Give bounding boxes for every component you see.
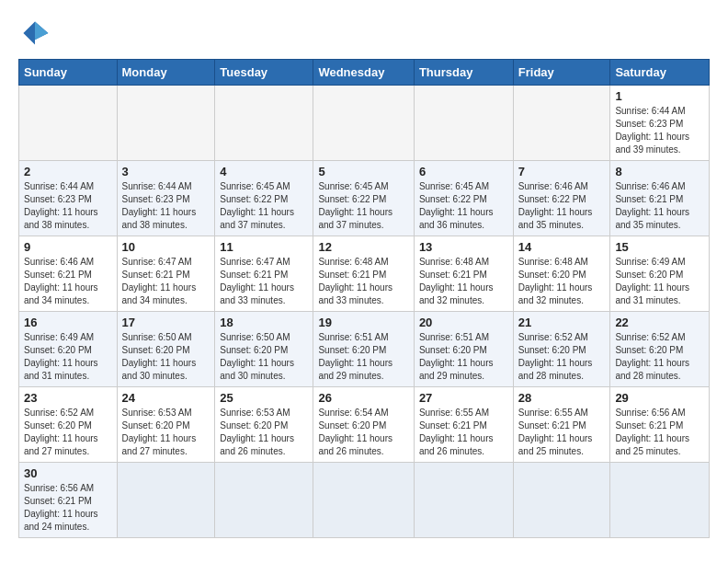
header: [18, 17, 710, 50]
col-thursday: Thursday: [414, 60, 513, 86]
day-info: Sunrise: 6:44 AM Sunset: 6:23 PM Dayligh…: [122, 180, 210, 232]
day-info: Sunrise: 6:49 AM Sunset: 6:20 PM Dayligh…: [24, 331, 112, 383]
day-info: Sunrise: 6:48 AM Sunset: 6:20 PM Dayligh…: [518, 256, 606, 307]
calendar: Sunday Monday Tuesday Wednesday Thursday…: [18, 59, 710, 538]
table-row: 30Sunrise: 6:56 AM Sunset: 6:21 PM Dayli…: [19, 463, 118, 538]
day-number: 28: [518, 391, 606, 405]
day-number: 5: [318, 165, 408, 178]
day-info: Sunrise: 6:47 AM Sunset: 6:21 PM Dayligh…: [220, 256, 308, 307]
day-number: 24: [122, 391, 210, 405]
day-info: Sunrise: 6:47 AM Sunset: 6:21 PM Dayligh…: [122, 256, 210, 307]
day-info: Sunrise: 6:45 AM Sunset: 6:22 PM Dayligh…: [318, 180, 408, 232]
day-number: 30: [24, 466, 112, 480]
calendar-header-row: Sunday Monday Tuesday Wednesday Thursday…: [19, 60, 710, 86]
day-number: 17: [122, 316, 210, 329]
table-row: 22Sunrise: 6:52 AM Sunset: 6:20 PM Dayli…: [610, 312, 710, 387]
day-number: 21: [518, 316, 606, 329]
table-row: [215, 86, 313, 161]
day-info: Sunrise: 6:54 AM Sunset: 6:20 PM Dayligh…: [318, 407, 408, 458]
day-number: 15: [615, 240, 704, 254]
day-info: Sunrise: 6:44 AM Sunset: 6:23 PM Dayligh…: [615, 105, 704, 156]
day-number: 23: [24, 391, 112, 405]
table-row: 27Sunrise: 6:55 AM Sunset: 6:21 PM Dayli…: [414, 387, 513, 463]
col-sunday: Sunday: [19, 60, 118, 86]
table-row: 10Sunrise: 6:47 AM Sunset: 6:21 PM Dayli…: [117, 236, 215, 312]
day-number: 8: [615, 165, 704, 178]
day-number: 22: [615, 316, 704, 329]
table-row: [414, 463, 513, 538]
calendar-week-row: 1Sunrise: 6:44 AM Sunset: 6:23 PM Daylig…: [19, 86, 710, 161]
page: Sunday Monday Tuesday Wednesday Thursday…: [0, 0, 728, 555]
day-info: Sunrise: 6:51 AM Sunset: 6:20 PM Dayligh…: [318, 331, 408, 383]
table-row: [117, 463, 215, 538]
table-row: 14Sunrise: 6:48 AM Sunset: 6:20 PM Dayli…: [513, 236, 610, 312]
table-row: 7Sunrise: 6:46 AM Sunset: 6:22 PM Daylig…: [513, 161, 610, 236]
table-row: 17Sunrise: 6:50 AM Sunset: 6:20 PM Dayli…: [117, 312, 215, 387]
day-info: Sunrise: 6:56 AM Sunset: 6:21 PM Dayligh…: [615, 407, 704, 458]
table-row: 29Sunrise: 6:56 AM Sunset: 6:21 PM Dayli…: [610, 387, 710, 463]
logo-icon: [18, 17, 51, 50]
day-number: 14: [518, 240, 606, 254]
day-number: 7: [518, 165, 606, 178]
day-number: 20: [419, 316, 508, 329]
day-info: Sunrise: 6:55 AM Sunset: 6:21 PM Dayligh…: [419, 407, 508, 458]
day-info: Sunrise: 6:48 AM Sunset: 6:21 PM Dayligh…: [419, 256, 508, 307]
table-row: 21Sunrise: 6:52 AM Sunset: 6:20 PM Dayli…: [513, 312, 610, 387]
logo: [18, 17, 53, 50]
day-number: 27: [419, 391, 508, 405]
table-row: 28Sunrise: 6:55 AM Sunset: 6:21 PM Dayli…: [513, 387, 610, 463]
day-number: 4: [220, 165, 308, 178]
day-info: Sunrise: 6:50 AM Sunset: 6:20 PM Dayligh…: [220, 331, 308, 383]
day-number: 6: [419, 165, 508, 178]
calendar-week-row: 9Sunrise: 6:46 AM Sunset: 6:21 PM Daylig…: [19, 236, 710, 312]
table-row: 13Sunrise: 6:48 AM Sunset: 6:21 PM Dayli…: [414, 236, 513, 312]
table-row: 6Sunrise: 6:45 AM Sunset: 6:22 PM Daylig…: [414, 161, 513, 236]
table-row: 8Sunrise: 6:46 AM Sunset: 6:21 PM Daylig…: [610, 161, 710, 236]
table-row: 12Sunrise: 6:48 AM Sunset: 6:21 PM Dayli…: [313, 236, 414, 312]
table-row: 19Sunrise: 6:51 AM Sunset: 6:20 PM Dayli…: [313, 312, 414, 387]
day-info: Sunrise: 6:55 AM Sunset: 6:21 PM Dayligh…: [518, 407, 606, 458]
table-row: 11Sunrise: 6:47 AM Sunset: 6:21 PM Dayli…: [215, 236, 313, 312]
day-info: Sunrise: 6:45 AM Sunset: 6:22 PM Dayligh…: [220, 180, 308, 232]
table-row: [313, 86, 414, 161]
col-wednesday: Wednesday: [313, 60, 414, 86]
col-friday: Friday: [513, 60, 610, 86]
table-row: [513, 86, 610, 161]
day-number: 3: [122, 165, 210, 178]
table-row: 24Sunrise: 6:53 AM Sunset: 6:20 PM Dayli…: [117, 387, 215, 463]
table-row: [610, 463, 710, 538]
day-info: Sunrise: 6:56 AM Sunset: 6:21 PM Dayligh…: [24, 482, 112, 534]
day-info: Sunrise: 6:50 AM Sunset: 6:20 PM Dayligh…: [122, 331, 210, 383]
table-row: 23Sunrise: 6:52 AM Sunset: 6:20 PM Dayli…: [19, 387, 118, 463]
day-info: Sunrise: 6:53 AM Sunset: 6:20 PM Dayligh…: [122, 407, 210, 458]
day-number: 16: [24, 316, 112, 329]
day-info: Sunrise: 6:49 AM Sunset: 6:20 PM Dayligh…: [615, 256, 704, 307]
table-row: 15Sunrise: 6:49 AM Sunset: 6:20 PM Dayli…: [610, 236, 710, 312]
table-row: 18Sunrise: 6:50 AM Sunset: 6:20 PM Dayli…: [215, 312, 313, 387]
table-row: [215, 463, 313, 538]
day-info: Sunrise: 6:48 AM Sunset: 6:21 PM Dayligh…: [318, 256, 408, 307]
table-row: 4Sunrise: 6:45 AM Sunset: 6:22 PM Daylig…: [215, 161, 313, 236]
day-number: 18: [220, 316, 308, 329]
table-row: 5Sunrise: 6:45 AM Sunset: 6:22 PM Daylig…: [313, 161, 414, 236]
day-info: Sunrise: 6:52 AM Sunset: 6:20 PM Dayligh…: [518, 331, 606, 383]
day-info: Sunrise: 6:46 AM Sunset: 6:21 PM Dayligh…: [615, 180, 704, 232]
table-row: [513, 463, 610, 538]
table-row: 20Sunrise: 6:51 AM Sunset: 6:20 PM Dayli…: [414, 312, 513, 387]
day-info: Sunrise: 6:46 AM Sunset: 6:21 PM Dayligh…: [24, 256, 112, 307]
table-row: 26Sunrise: 6:54 AM Sunset: 6:20 PM Dayli…: [313, 387, 414, 463]
table-row: 2Sunrise: 6:44 AM Sunset: 6:23 PM Daylig…: [19, 161, 118, 236]
table-row: [19, 86, 118, 161]
day-info: Sunrise: 6:53 AM Sunset: 6:20 PM Dayligh…: [220, 407, 308, 458]
day-number: 26: [318, 391, 408, 405]
col-saturday: Saturday: [610, 60, 710, 86]
table-row: 9Sunrise: 6:46 AM Sunset: 6:21 PM Daylig…: [19, 236, 118, 312]
col-tuesday: Tuesday: [215, 60, 313, 86]
calendar-week-row: 16Sunrise: 6:49 AM Sunset: 6:20 PM Dayli…: [19, 312, 710, 387]
table-row: 3Sunrise: 6:44 AM Sunset: 6:23 PM Daylig…: [117, 161, 215, 236]
day-number: 13: [419, 240, 508, 254]
day-number: 9: [24, 240, 112, 254]
day-number: 12: [318, 240, 408, 254]
day-info: Sunrise: 6:52 AM Sunset: 6:20 PM Dayligh…: [24, 407, 112, 458]
day-number: 10: [122, 240, 210, 254]
